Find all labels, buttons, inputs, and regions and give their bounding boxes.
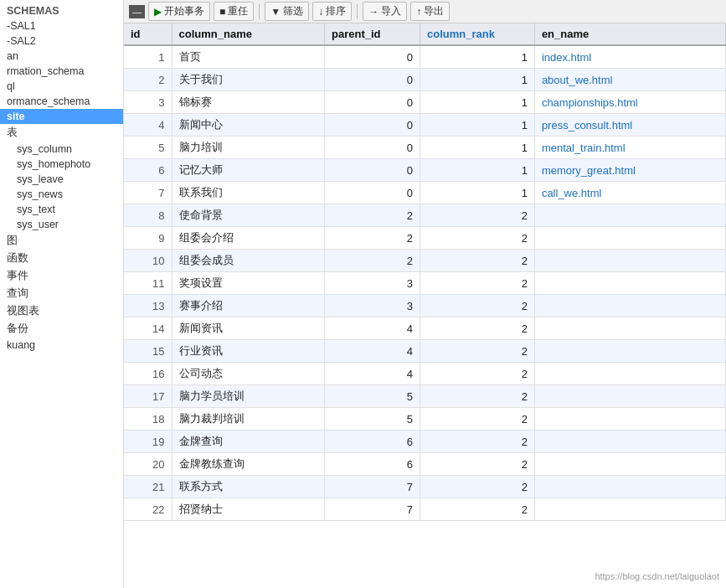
col-header-id[interactable]: id bbox=[124, 23, 172, 45]
sidebar-item-table-header[interactable]: 表 bbox=[0, 124, 123, 142]
cell-en-name bbox=[534, 431, 725, 453]
cell-en-name: about_we.html bbox=[534, 69, 725, 91]
cell-id: 18 bbox=[124, 408, 172, 431]
cell-column-name: 奖项设置 bbox=[172, 272, 324, 295]
table-row[interactable]: 20金牌教练查询62 bbox=[124, 453, 726, 476]
cell-parent-id: 0 bbox=[324, 114, 420, 137]
sort-button[interactable]: ↓ 排序 bbox=[312, 2, 352, 21]
table-row[interactable]: 14新闻资讯42 bbox=[124, 317, 726, 340]
cell-column-name: 公司动态 bbox=[172, 363, 324, 385]
cell-en-name: championships.html bbox=[534, 91, 725, 114]
cell-column-name: 组委会成员 bbox=[172, 250, 324, 272]
table-row[interactable]: 17脑力学员培训52 bbox=[124, 385, 726, 408]
table-row[interactable]: 15行业资讯42 bbox=[124, 340, 726, 363]
commit-button[interactable]: ■ 重任 bbox=[214, 2, 254, 21]
cell-en-name: memory_great.html bbox=[534, 159, 725, 182]
filter-button[interactable]: ▼ 筛选 bbox=[265, 2, 309, 21]
table-row[interactable]: 10组委会成员22 bbox=[124, 250, 726, 272]
table-row[interactable]: 3锦标赛01championships.html bbox=[124, 91, 726, 114]
cell-en-name bbox=[534, 250, 725, 272]
cell-column-rank: 1 bbox=[420, 137, 535, 159]
cell-parent-id: 4 bbox=[324, 340, 420, 363]
sidebar-item-sal1[interactable]: -SAL1 bbox=[0, 18, 123, 34]
cell-parent-id: 2 bbox=[324, 227, 420, 250]
sidebar-item-schemas[interactable]: SCHEMAS bbox=[0, 3, 123, 18]
sidebar-item-ql[interactable]: ql bbox=[0, 79, 123, 94]
cell-column-rank: 2 bbox=[420, 272, 535, 295]
col-header-en-name[interactable]: en_name bbox=[534, 23, 725, 45]
sidebar: SCHEMAS -SAL1 -SAL2 an rmation_schema ql… bbox=[0, 0, 124, 588]
col-header-parent-id[interactable]: parent_id bbox=[324, 23, 420, 45]
sidebar-item-sys-text[interactable]: sys_text bbox=[0, 202, 123, 217]
cell-column-rank: 1 bbox=[420, 159, 535, 182]
cell-en-name bbox=[534, 204, 725, 227]
cell-id: 20 bbox=[124, 453, 172, 476]
table-row[interactable]: 1首页01index.html bbox=[124, 45, 726, 69]
sort-label: 排序 bbox=[326, 4, 346, 18]
cell-parent-id: 5 bbox=[324, 408, 420, 431]
start-transaction-button[interactable]: ▶ 开始事务 bbox=[148, 2, 210, 21]
cell-parent-id: 7 bbox=[324, 498, 420, 521]
table-row[interactable]: 7联系我们01call_we.html bbox=[124, 182, 726, 204]
sidebar-item-functions[interactable]: 函数 bbox=[0, 250, 123, 267]
col-header-column-name[interactable]: column_name bbox=[172, 23, 324, 45]
cell-column-rank: 1 bbox=[420, 91, 535, 114]
export-label: 导出 bbox=[424, 4, 444, 18]
cell-id: 21 bbox=[124, 476, 172, 498]
sidebar-item-kuang[interactable]: kuang bbox=[0, 338, 123, 353]
table-row[interactable]: 13赛事介绍32 bbox=[124, 295, 726, 317]
import-button[interactable]: → 导入 bbox=[363, 2, 407, 21]
table-area[interactable]: id column_name parent_id column_rank en_… bbox=[124, 23, 726, 588]
cell-parent-id: 0 bbox=[324, 159, 420, 182]
toolbar: — ▶ 开始事务 ■ 重任 ▼ 筛选 ↓ 排序 → 导入 ↑ 导出 bbox=[124, 0, 726, 23]
start-transaction-label: 开始事务 bbox=[164, 4, 204, 18]
cell-column-name: 新闻中心 bbox=[172, 114, 324, 137]
table-row[interactable]: 5脑力培训01mental_train.html bbox=[124, 137, 726, 159]
sidebar-item-ormance[interactable]: ormance_schema bbox=[0, 94, 123, 109]
table-row[interactable]: 11奖项设置32 bbox=[124, 272, 726, 295]
cell-en-name: press_consult.html bbox=[534, 114, 725, 137]
table-row[interactable]: 2关于我们01about_we.html bbox=[124, 69, 726, 91]
table-row[interactable]: 19金牌查询62 bbox=[124, 431, 726, 453]
sidebar-item-events[interactable]: 事件 bbox=[0, 267, 123, 285]
cell-column-rank: 1 bbox=[420, 114, 535, 137]
table-row[interactable]: 9组委会介绍22 bbox=[124, 227, 726, 250]
table-row[interactable]: 21联系方式72 bbox=[124, 476, 726, 498]
sidebar-item-sys-column[interactable]: sys_column bbox=[0, 142, 123, 157]
sidebar-item-sys-news[interactable]: sys_news bbox=[0, 187, 123, 202]
cell-parent-id: 0 bbox=[324, 182, 420, 204]
col-header-column-rank[interactable]: column_rank bbox=[420, 23, 535, 45]
cell-column-name: 使命背景 bbox=[172, 204, 324, 227]
cell-id: 22 bbox=[124, 498, 172, 521]
cell-column-rank: 2 bbox=[420, 408, 535, 431]
table-row[interactable]: 6记忆大师01memory_great.html bbox=[124, 159, 726, 182]
cell-parent-id: 0 bbox=[324, 45, 420, 69]
cell-column-rank: 2 bbox=[420, 453, 535, 476]
sidebar-item-view-tables[interactable]: 视图表 bbox=[0, 302, 123, 320]
sidebar-item-sys-homephoto[interactable]: sys_homephoto bbox=[0, 157, 123, 172]
sidebar-item-sal2[interactable]: -SAL2 bbox=[0, 34, 123, 49]
sidebar-item-backup[interactable]: 备份 bbox=[0, 320, 123, 338]
table-row[interactable]: 4新闻中心01press_consult.html bbox=[124, 114, 726, 137]
expand-button[interactable]: — bbox=[129, 5, 145, 18]
sidebar-item-site[interactable]: site bbox=[0, 109, 123, 124]
cell-column-name: 脑力学员培训 bbox=[172, 385, 324, 408]
table-row[interactable]: 22招贤纳士72 bbox=[124, 498, 726, 521]
cell-column-name: 行业资讯 bbox=[172, 340, 324, 363]
sidebar-item-queries[interactable]: 查询 bbox=[0, 285, 123, 302]
cell-id: 6 bbox=[124, 159, 172, 182]
sidebar-item-views[interactable]: 图 bbox=[0, 232, 123, 250]
cell-en-name bbox=[534, 227, 725, 250]
cell-parent-id: 2 bbox=[324, 250, 420, 272]
table-row[interactable]: 8使命背景22 bbox=[124, 204, 726, 227]
sidebar-item-sys-user[interactable]: sys_user bbox=[0, 217, 123, 232]
sidebar-item-sys-leave[interactable]: sys_leave bbox=[0, 172, 123, 187]
sidebar-item-rmation[interactable]: rmation_schema bbox=[0, 64, 123, 79]
export-button[interactable]: ↑ 导出 bbox=[410, 2, 450, 21]
table-row[interactable]: 16公司动态42 bbox=[124, 363, 726, 385]
table-row[interactable]: 18脑力裁判培训52 bbox=[124, 408, 726, 431]
cell-column-name: 首页 bbox=[172, 45, 324, 69]
cell-column-name: 锦标赛 bbox=[172, 91, 324, 114]
sidebar-item-an[interactable]: an bbox=[0, 49, 123, 64]
cell-column-name: 脑力培训 bbox=[172, 137, 324, 159]
